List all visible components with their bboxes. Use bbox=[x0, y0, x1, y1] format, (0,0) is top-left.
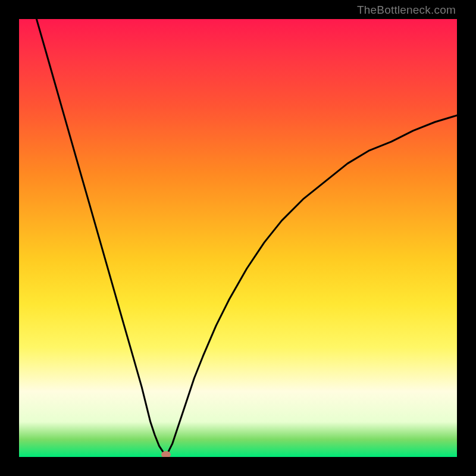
curve-svg bbox=[19, 19, 457, 457]
bottleneck-curve bbox=[36, 19, 457, 455]
optimum-marker bbox=[161, 451, 171, 457]
watermark-text: TheBottleneck.com bbox=[357, 4, 456, 17]
chart-frame: TheBottleneck.com bbox=[0, 0, 476, 476]
plot-area bbox=[19, 19, 457, 457]
